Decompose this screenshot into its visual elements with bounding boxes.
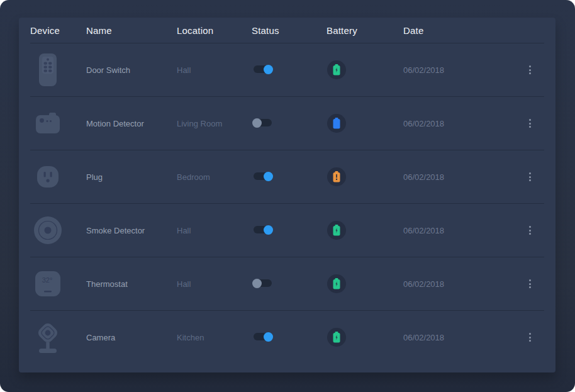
motion-detector-icon xyxy=(30,109,65,138)
device-name: Smoke Detector xyxy=(86,226,177,235)
toggle-knob xyxy=(264,172,273,181)
status-toggle[interactable] xyxy=(254,65,272,73)
column-header-location: Location xyxy=(177,25,252,36)
status-toggle[interactable] xyxy=(254,333,272,340)
kebab-menu-icon[interactable] xyxy=(523,330,536,345)
battery-indicator xyxy=(327,221,346,240)
status-toggle[interactable] xyxy=(254,172,272,180)
device-location: Bedroom xyxy=(177,172,252,182)
device-location: Hall xyxy=(177,226,252,235)
column-header-battery: Battery xyxy=(327,25,403,36)
app-background: Device Name Location Status Battery Date xyxy=(0,0,575,392)
battery-indicator xyxy=(327,167,346,186)
table-row: Smoke Detector Hall 06/02/2018 xyxy=(30,203,544,257)
status-toggle[interactable] xyxy=(254,226,272,233)
device-location: Kitchen xyxy=(177,333,252,342)
device-table: Device Name Location Status Battery Date xyxy=(19,18,555,372)
device-name: Motion Detector xyxy=(86,119,177,128)
column-header-date: Date xyxy=(403,25,515,36)
column-header-status: Status xyxy=(252,25,327,36)
device-date: 06/02/2018 xyxy=(403,279,515,289)
device-date: 06/02/2018 xyxy=(403,226,515,235)
table-row: 32° Thermostat Hall 06/02/2018 xyxy=(30,257,544,310)
battery-indicator xyxy=(327,114,346,133)
column-header-device: Device xyxy=(30,25,86,36)
device-name: Door Switch xyxy=(86,65,177,75)
kebab-menu-icon[interactable] xyxy=(523,62,536,77)
kebab-menu-icon[interactable] xyxy=(523,169,536,184)
battery-indicator xyxy=(327,274,346,293)
status-toggle[interactable] xyxy=(254,279,272,287)
table-row: Door Switch Hall 06/02/2018 xyxy=(30,43,544,96)
device-name: Plug xyxy=(86,172,177,182)
device-name: Camera xyxy=(86,333,177,342)
toggle-knob xyxy=(252,279,262,288)
remote-icon xyxy=(30,52,65,87)
camera-icon xyxy=(30,320,65,355)
toggle-knob xyxy=(264,225,273,235)
smoke-detector-icon xyxy=(30,215,65,245)
toggle-knob xyxy=(252,118,262,128)
table-row: Camera Kitchen 06/02/2018 xyxy=(30,310,544,364)
device-date: 06/02/2018 xyxy=(403,119,515,128)
column-header-name: Name xyxy=(86,25,177,36)
kebab-menu-icon[interactable] xyxy=(523,276,536,291)
table-row: Plug Bedroom 06/02/2018 xyxy=(30,150,544,203)
table-row: Motion Detector Living Room 06/02/2018 xyxy=(30,96,544,150)
toggle-knob xyxy=(264,65,273,74)
battery-indicator xyxy=(327,328,346,347)
device-date: 06/02/2018 xyxy=(403,172,515,182)
table-header-row: Device Name Location Status Battery Date xyxy=(30,18,544,43)
kebab-menu-icon[interactable] xyxy=(523,223,536,238)
device-location: Living Room xyxy=(177,119,252,128)
battery-indicator xyxy=(327,60,346,79)
device-date: 06/02/2018 xyxy=(403,333,515,342)
low-battery-warning-icon xyxy=(336,174,337,180)
device-date: 06/02/2018 xyxy=(403,65,515,75)
kebab-menu-icon[interactable] xyxy=(523,116,536,131)
device-name: Thermostat xyxy=(86,279,177,289)
thermostat-temperature-label: 32° xyxy=(42,276,53,284)
status-toggle[interactable] xyxy=(254,119,272,126)
device-location: Hall xyxy=(177,279,252,289)
plug-icon xyxy=(30,163,65,191)
thermostat-icon: 32° xyxy=(30,269,65,298)
toggle-knob xyxy=(264,332,273,342)
device-location: Hall xyxy=(177,65,252,75)
